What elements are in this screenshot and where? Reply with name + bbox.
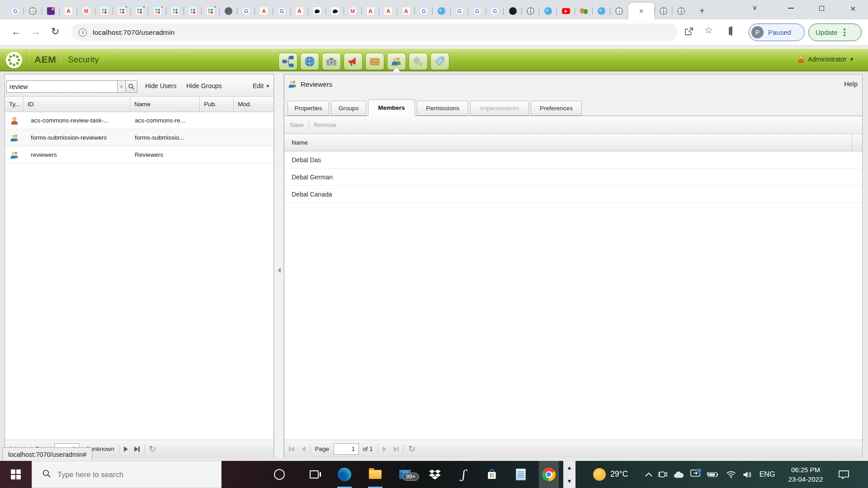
- save-button[interactable]: Save: [290, 122, 304, 128]
- next-page-button[interactable]: [382, 446, 387, 452]
- edge-icon[interactable]: [334, 461, 355, 488]
- tab-members[interactable]: Members: [368, 99, 415, 116]
- tab-gmail[interactable]: M: [77, 3, 95, 19]
- tab-google[interactable]: G: [451, 3, 468, 19]
- tools-icon[interactable]: [409, 53, 428, 70]
- tab-google[interactable]: G: [237, 3, 255, 19]
- tab-blueapp[interactable]: [539, 3, 557, 19]
- member-row[interactable]: Debal Canada: [284, 186, 862, 203]
- chrome-icon[interactable]: [539, 461, 559, 488]
- scroll-down-icon[interactable]: ▼: [563, 474, 576, 488]
- microsoft-store-icon[interactable]: [481, 461, 503, 488]
- speaker-icon[interactable]: [740, 461, 755, 488]
- start-button[interactable]: [0, 461, 32, 488]
- clock[interactable]: 06:25 PM 23-04-2022: [784, 465, 827, 484]
- tab-globe[interactable]: [24, 3, 42, 19]
- task-view-icon[interactable]: [303, 461, 325, 488]
- refresh-icon[interactable]: ↻: [149, 445, 156, 453]
- edit-dropdown[interactable]: Edit▼: [253, 82, 270, 89]
- collapse-panel-icon[interactable]: [278, 267, 281, 273]
- tab-slack[interactable]: [148, 3, 166, 19]
- sync-display-icon[interactable]: [687, 461, 703, 488]
- tab-youtube[interactable]: [557, 3, 575, 19]
- remove-button[interactable]: Remove: [314, 122, 336, 128]
- tab-adobe[interactable]: A: [60, 3, 77, 19]
- taskbar-search[interactable]: [32, 461, 222, 488]
- dropbox-icon[interactable]: [424, 461, 446, 488]
- weather-sun-icon[interactable]: [593, 468, 606, 481]
- previous-page-button[interactable]: [302, 446, 306, 452]
- window-close-button[interactable]: ×: [839, 0, 867, 16]
- search-button[interactable]: [126, 80, 137, 93]
- tab-slack[interactable]: [131, 3, 148, 19]
- url-text[interactable]: localhost:7070/useradmin: [93, 28, 175, 37]
- tab-globe[interactable]: [672, 3, 690, 19]
- column-mod[interactable]: Mod.: [234, 97, 274, 112]
- kebab-menu-icon[interactable]: [844, 28, 845, 36]
- tab-blueapp[interactable]: [433, 3, 450, 19]
- tab-preferences[interactable]: Preferences: [531, 101, 582, 116]
- profile-paused-chip[interactable]: P Paused: [749, 23, 805, 41]
- clear-search-icon[interactable]: ×: [118, 80, 126, 93]
- tab-google[interactable]: G: [6, 3, 24, 19]
- onedrive-cloud-icon[interactable]: [671, 461, 686, 488]
- column-id[interactable]: ID: [24, 97, 130, 112]
- tab-globe[interactable]: [522, 3, 539, 19]
- taskbar-scroll-arrows[interactable]: ▲ ▼: [563, 461, 576, 488]
- address-bar[interactable]: i localhost:7070/useradmin: [71, 23, 677, 41]
- weather-temp[interactable]: 29°C: [610, 469, 628, 479]
- tab-google[interactable]: G: [273, 3, 291, 19]
- search-input[interactable]: [6, 80, 118, 93]
- back-button[interactable]: ←: [11, 26, 21, 38]
- tab-gmail[interactable]: M: [344, 3, 362, 19]
- notepad-icon[interactable]: [510, 461, 532, 488]
- forward-button[interactable]: →: [31, 26, 41, 38]
- user-menu[interactable]: Administrator ▼: [797, 55, 854, 63]
- wifi-icon[interactable]: [723, 461, 739, 488]
- cortana-icon[interactable]: [269, 461, 290, 488]
- table-row[interactable]: forms-submission-reviewers forms-submiss…: [5, 129, 274, 146]
- tab-slack[interactable]: [166, 3, 184, 19]
- share-icon[interactable]: [684, 26, 694, 38]
- inbox-icon[interactable]: [365, 53, 384, 70]
- taskbar-search-input[interactable]: [57, 470, 193, 479]
- tab-blueapp[interactable]: [593, 3, 610, 19]
- last-page-button[interactable]: [394, 446, 399, 452]
- tab-rabbit[interactable]: [326, 3, 344, 19]
- column-name[interactable]: Name: [284, 134, 852, 151]
- show-hidden-icons[interactable]: [642, 461, 656, 488]
- tab-users[interactable]: [575, 3, 593, 19]
- campaigns-icon[interactable]: [344, 53, 363, 70]
- capture-icon[interactable]: [656, 461, 670, 488]
- tab-google[interactable]: G: [486, 3, 504, 19]
- tab-google[interactable]: G: [468, 3, 486, 19]
- tab-adobe[interactable]: A: [397, 3, 415, 19]
- aem-logo-icon[interactable]: [5, 52, 23, 70]
- column-pub[interactable]: Pub.: [200, 97, 234, 112]
- first-page-button[interactable]: [289, 446, 294, 452]
- tab-search-chevron-icon[interactable]: ∨: [752, 4, 757, 12]
- tab-properties[interactable]: Properties: [288, 101, 329, 116]
- mail-icon[interactable]: 99+: [394, 461, 416, 488]
- site-info-icon[interactable]: i: [79, 28, 87, 37]
- language-indicator[interactable]: ENG: [756, 461, 778, 488]
- tab-active[interactable]: ×: [628, 3, 655, 19]
- column-name[interactable]: Name: [130, 97, 200, 112]
- member-row[interactable]: Debal German: [284, 169, 862, 186]
- tab-google[interactable]: G: [415, 3, 433, 19]
- hide-groups-link[interactable]: Hide Groups: [186, 82, 222, 89]
- panel-splitter[interactable]: [274, 74, 284, 457]
- file-explorer-icon[interactable]: [364, 461, 386, 488]
- digital-assets-icon[interactable]: [322, 53, 341, 70]
- tab-slack[interactable]: [184, 3, 202, 19]
- websites-icon[interactable]: [300, 53, 319, 70]
- chrome-update-button[interactable]: Update: [808, 23, 862, 41]
- notification-chat-icon[interactable]: [834, 461, 854, 488]
- bookmark-star-icon[interactable]: ☆: [704, 25, 713, 36]
- tab-slack[interactable]: [95, 3, 113, 19]
- tab-slack[interactable]: [202, 3, 219, 19]
- tab-globe[interactable]: [610, 3, 628, 19]
- hide-users-link[interactable]: Hide Users: [145, 82, 176, 89]
- tab-groups[interactable]: Groups: [331, 101, 366, 116]
- tab-adobe[interactable]: A: [291, 3, 308, 19]
